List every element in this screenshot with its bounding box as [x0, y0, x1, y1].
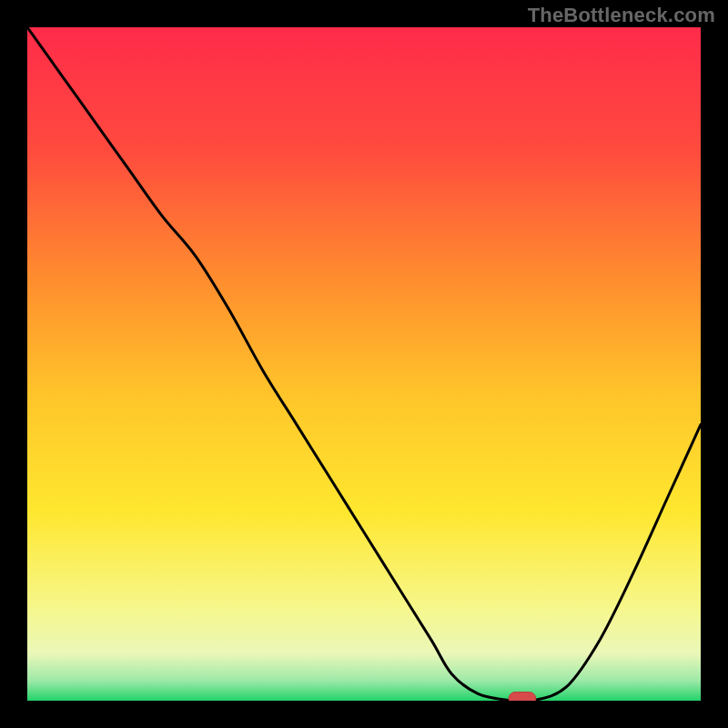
optimal-marker: [509, 693, 536, 701]
watermark-text: TheBottleneck.com: [528, 4, 715, 27]
chart-plot-area: [27, 27, 701, 701]
gradient-background: [27, 27, 701, 701]
chart-svg: [27, 27, 701, 701]
